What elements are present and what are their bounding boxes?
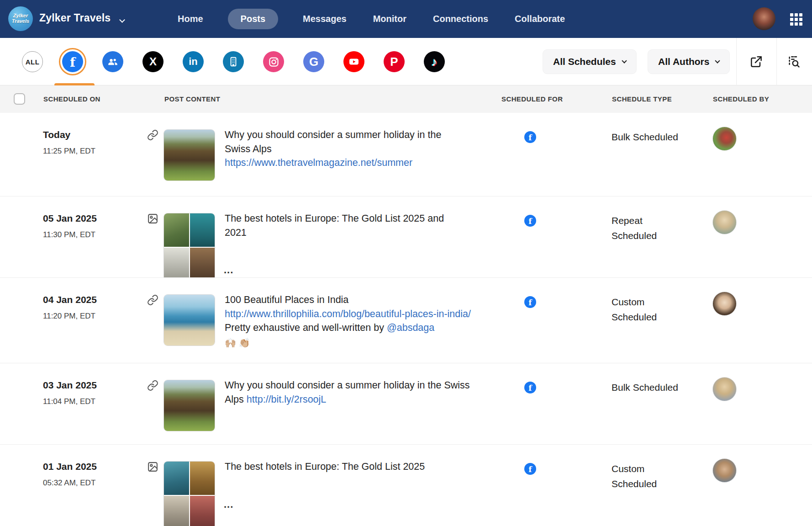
divider	[776, 38, 777, 85]
image-icon	[147, 213, 158, 224]
schedule-type: Custom Scheduled	[612, 295, 681, 324]
network-filter-bar: ALL f X in G	[0, 38, 812, 85]
post-mention[interactable]: @absdaga	[387, 322, 434, 333]
post-link[interactable]: http://www.thrillophilia.com/blog/beauti…	[225, 308, 471, 319]
post-thumbnail-collage[interactable]	[163, 461, 215, 526]
post-more-ellipsis[interactable]: ...	[224, 499, 233, 510]
col-scheduled-on: SCHEDULED ON	[43, 95, 100, 103]
tiktok-icon[interactable]: ♪	[424, 51, 445, 72]
user-avatar[interactable]	[753, 7, 775, 30]
nav-item-messages[interactable]: Messages	[301, 9, 348, 29]
schedule-type: Bulk Scheduled	[612, 130, 681, 145]
facebook-icon: f	[524, 463, 536, 475]
post-title: The best hotels in Europe: The Gold List…	[225, 213, 444, 238]
schedule-type: Custom Scheduled	[612, 462, 681, 491]
scheduled-date: 01 Jan 2025	[43, 461, 97, 472]
pinterest-icon[interactable]: P	[384, 51, 405, 72]
youtube-icon[interactable]	[343, 51, 364, 72]
brand-logo[interactable]: Zylker Travels	[8, 6, 33, 31]
share-icon	[749, 54, 764, 69]
top-navbar: Zylker Travels Zylker Travels Home Posts…	[0, 0, 812, 38]
export-button[interactable]	[749, 54, 764, 69]
filter-all-button[interactable]: ALL	[22, 51, 43, 72]
link-icon	[147, 380, 158, 391]
scheduled-by-avatar[interactable]	[712, 458, 737, 483]
nav-item-connections[interactable]: Connections	[431, 9, 490, 29]
schedule-filter-dropdown[interactable]: All Schedules	[543, 49, 637, 74]
facebook-icon[interactable]: f	[62, 51, 83, 72]
table-row[interactable]: 05 Jan 2025 11:30 PM, EDT The best hotel…	[0, 196, 812, 277]
linkedin-page-icon[interactable]	[223, 51, 244, 72]
apps-grid-icon[interactable]	[790, 13, 802, 26]
people-icon	[106, 55, 119, 68]
nav-item-monitor[interactable]: Monitor	[371, 9, 408, 29]
link-icon	[147, 129, 158, 141]
post-content[interactable]: 100 Beautiful Places in India http://www…	[225, 293, 475, 349]
post-title: Why you should consider a summer holiday…	[225, 129, 441, 154]
brand-logo-text-2: Travels	[12, 19, 29, 24]
table-header: SCHEDULED ON POST CONTENT SCHEDULED FOR …	[0, 85, 812, 113]
scheduled-date: 05 Jan 2025	[43, 213, 97, 224]
chevron-down-icon	[715, 58, 720, 63]
col-post-content: POST CONTENT	[164, 95, 220, 103]
facebook-icon: f	[524, 382, 536, 393]
table-row[interactable]: 01 Jan 2025 05:32 AM, EDT The best hotel…	[0, 444, 812, 526]
scheduled-date: 03 Jan 2025	[43, 380, 97, 391]
link-icon	[147, 294, 158, 306]
scheduled-by-avatar[interactable]	[712, 210, 737, 234]
scheduled-time: 11:25 PM, EDT	[43, 147, 95, 156]
post-content[interactable]: Why you should consider a summer holiday…	[225, 378, 483, 406]
select-all-checkbox[interactable]	[14, 93, 25, 105]
camera-icon	[268, 56, 280, 68]
facebook-icon: f	[524, 296, 536, 308]
brand-name[interactable]: Zylker Travels	[39, 12, 111, 24]
list-search-icon	[786, 54, 801, 69]
image-icon	[147, 461, 158, 473]
post-title: 100 Beautiful Places in India	[225, 294, 348, 305]
x-twitter-icon[interactable]: X	[142, 51, 163, 72]
post-thumbnail[interactable]	[163, 380, 215, 431]
post-emoji: 🙌🏼 👏🏼	[225, 336, 475, 349]
col-schedule-type: SCHEDULE TYPE	[612, 95, 672, 103]
filter-facebook-selected-ring[interactable]: f	[59, 48, 86, 75]
post-content[interactable]: The best hotels in Europe: The Gold List…	[225, 212, 462, 239]
facebook-group-icon[interactable]	[102, 51, 123, 72]
nav-item-home[interactable]: Home	[176, 9, 205, 29]
scheduled-time: 11:30 PM, EDT	[43, 230, 95, 239]
play-icon	[347, 55, 361, 69]
author-filter-dropdown[interactable]: All Authors	[648, 49, 730, 74]
table-row[interactable]: 04 Jan 2025 11:20 PM, EDT 100 Beautiful …	[0, 277, 812, 363]
post-link[interactable]: http://bit.ly/2rsoojL	[247, 394, 326, 405]
post-content[interactable]: Why you should consider a summer holiday…	[225, 128, 455, 170]
scheduled-time: 05:32 AM, EDT	[43, 478, 95, 488]
post-text: Pretty exhaustive and well-written by	[225, 322, 384, 333]
scheduled-by-avatar[interactable]	[712, 292, 737, 316]
post-thumbnail[interactable]	[163, 294, 215, 346]
col-scheduled-for: SCHEDULED FOR	[501, 95, 563, 103]
post-link[interactable]: https://www.thetravelmagazine.net/summer	[225, 157, 412, 168]
post-more-ellipsis[interactable]: ...	[224, 264, 233, 276]
post-title: The best hotels in Europe: The Gold List…	[225, 461, 425, 472]
table-row[interactable]: 03 Jan 2025 11:04 PM, EDT Why you should…	[0, 363, 812, 444]
chevron-down-icon	[622, 58, 627, 63]
scheduled-by-avatar[interactable]	[712, 377, 737, 401]
post-thumbnail[interactable]	[163, 129, 215, 181]
brand-chevron-down-icon[interactable]	[120, 16, 124, 24]
nav-item-collaborate[interactable]: Collaborate	[513, 9, 567, 29]
schedule-type: Repeat Scheduled	[612, 213, 681, 243]
google-business-icon[interactable]: G	[303, 51, 324, 72]
building-icon	[227, 56, 239, 68]
nav-item-posts[interactable]: Posts	[228, 9, 278, 29]
divider	[736, 38, 737, 85]
post-thumbnail-collage[interactable]	[163, 213, 215, 282]
schedule-type: Bulk Scheduled	[612, 380, 681, 395]
table-row[interactable]: Today 11:25 PM, EDT Why you should consi…	[0, 113, 812, 196]
search-posts-button[interactable]	[786, 54, 801, 69]
facebook-icon: f	[524, 131, 536, 143]
post-content[interactable]: The best hotels in Europe: The Gold List…	[225, 460, 480, 474]
scheduled-date: 04 Jan 2025	[43, 294, 97, 305]
instagram-icon[interactable]	[263, 51, 284, 72]
facebook-icon: f	[524, 215, 536, 227]
scheduled-by-avatar[interactable]	[712, 127, 737, 151]
linkedin-icon[interactable]: in	[183, 51, 204, 72]
